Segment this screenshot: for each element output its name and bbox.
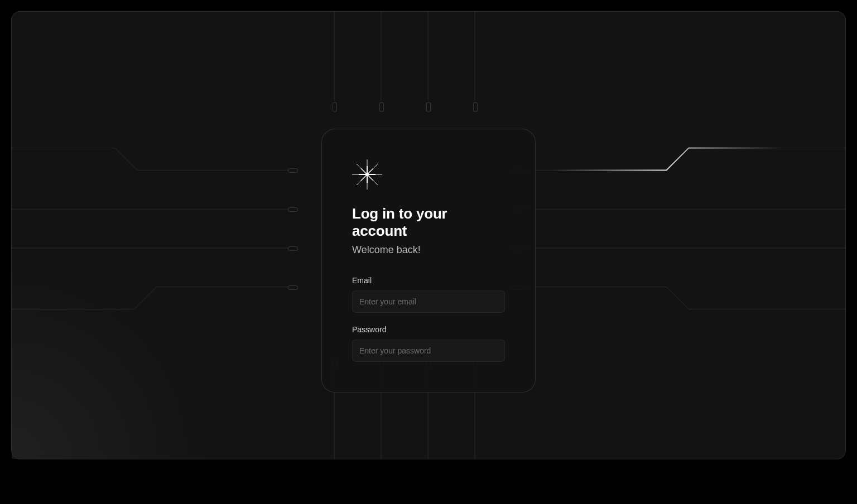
email-group: Email xyxy=(352,276,505,313)
background-glow xyxy=(12,264,207,459)
circuit-pin xyxy=(288,168,298,173)
login-heading: Log in to your account xyxy=(352,205,505,240)
circuit-pin xyxy=(473,102,478,112)
email-label: Email xyxy=(352,276,505,285)
password-label: Password xyxy=(352,325,505,334)
logo-starburst-icon xyxy=(352,159,505,192)
outer-frame: Log in to your account Welcome back! Ema… xyxy=(11,11,846,459)
password-group: Password xyxy=(352,325,505,362)
circuit-pin xyxy=(379,102,384,112)
circuit-pin xyxy=(288,246,298,251)
circuit-pin xyxy=(288,207,298,212)
svg-point-19 xyxy=(365,173,369,176)
email-input[interactable] xyxy=(352,290,505,313)
circuit-pin xyxy=(333,102,337,112)
circuit-pin xyxy=(288,285,298,290)
circuit-pin xyxy=(426,102,431,112)
password-input[interactable] xyxy=(352,340,505,362)
login-card: Log in to your account Welcome back! Ema… xyxy=(321,129,536,392)
login-subheading: Welcome back! xyxy=(352,244,505,256)
